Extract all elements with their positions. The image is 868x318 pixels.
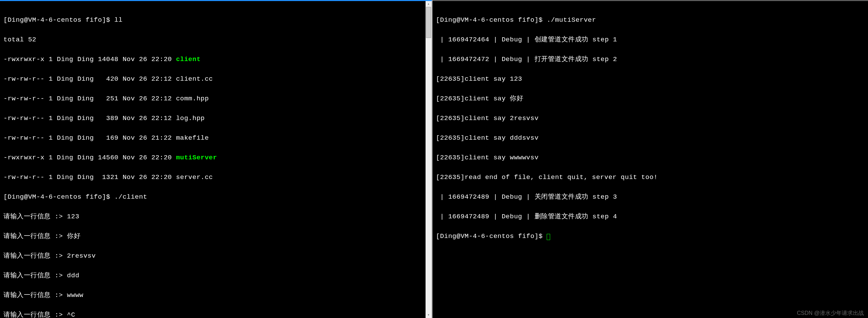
output-line: [22635]client say 2resvsv <box>436 115 865 122</box>
input-line: 请输入一行信息 :> 2resvsv <box>3 253 428 259</box>
ls-perm: -rw-rw-r-- 1 Ding Ding 389 Nov 26 22:12 <box>3 115 176 122</box>
output-line: [22635]client say wwwwvsv <box>436 155 865 161</box>
ls-perm: -rw-rw-r-- 1 Ding Ding 420 Nov 26 22:12 <box>3 75 176 83</box>
terminal-right-pane[interactable]: [Ding@VM-4-6-centos fifo]$ ./mutiServer … <box>432 0 868 318</box>
ls-perm: -rw-rw-r-- 1 Ding Ding 251 Nov 26 22:12 <box>3 95 176 102</box>
prompt-line: [Ding@VM-4-6-centos fifo]$ ./client <box>3 194 428 200</box>
scrollbar-vertical[interactable]: ▴ ▾ <box>426 1 431 318</box>
ls-filename: client.cc <box>176 75 213 83</box>
ls-row: -rwxrwxr-x 1 Ding Ding 14560 Nov 26 22:2… <box>3 155 428 161</box>
ls-row: -rw-rw-r-- 1 Ding Ding 251 Nov 26 22:12 … <box>3 96 428 102</box>
ls-filename-exe: mutiServer <box>176 154 217 161</box>
ls-total: total 52 <box>3 37 428 43</box>
output-line: | 1669472489 | Debug | 删除管道文件成功 step 4 <box>436 213 865 220</box>
ls-filename-exe: client <box>176 56 201 63</box>
output-line: [22635]client say 你好 <box>436 96 865 102</box>
ls-row: -rwxrwxr-x 1 Ding Ding 14048 Nov 26 22:2… <box>3 56 428 63</box>
output-line: [22635]client say dddsvsv <box>436 135 865 141</box>
output-line: | 1669472472 | Debug | 打开管道文件成功 step 2 <box>436 56 865 63</box>
prompt-line: [Ding@VM-4-6-centos fifo]$ ll <box>3 17 428 23</box>
prompt-line[interactable]: [Ding@VM-4-6-centos fifo]$ <box>436 233 865 240</box>
ls-filename: log.hpp <box>176 115 205 122</box>
scroll-up-icon[interactable]: ▴ <box>426 1 431 7</box>
scroll-down-icon[interactable]: ▾ <box>426 312 431 318</box>
output-line: | 1669472489 | Debug | 关闭管道文件成功 step 3 <box>436 194 865 200</box>
ls-filename: comm.hpp <box>176 95 209 102</box>
output-line: | 1669472464 | Debug | 创建管道文件成功 step 1 <box>436 37 865 43</box>
ls-perm: -rwxrwxr-x 1 Ding Ding 14560 Nov 26 22:2… <box>3 154 176 161</box>
prompt-line: [Ding@VM-4-6-centos fifo]$ ./mutiServer <box>436 17 865 23</box>
ls-row: -rw-rw-r-- 1 Ding Ding 389 Nov 26 22:12 … <box>3 115 428 122</box>
input-line: 请输入一行信息 :> ddd <box>3 272 428 279</box>
scrollbar-thumb[interactable] <box>426 7 431 38</box>
cursor-icon <box>547 234 550 240</box>
input-line: 请输入一行信息 :> wwww <box>3 292 428 299</box>
terminal-left-pane[interactable]: [Ding@VM-4-6-centos fifo]$ ll total 52 -… <box>0 0 432 318</box>
input-line: 请输入一行信息 :> ^C <box>3 312 428 318</box>
prompt-text: [Ding@VM-4-6-centos fifo]$ <box>436 232 547 240</box>
ls-filename: makefile <box>176 134 209 142</box>
watermark-text: CSDN @潜水少年请求出战 <box>797 310 864 316</box>
ls-row: -rw-rw-r-- 1 Ding Ding 169 Nov 26 21:22 … <box>3 135 428 141</box>
input-line: 请输入一行信息 :> 123 <box>3 213 428 220</box>
output-line: [22635]read end of file, client quit, se… <box>436 174 865 181</box>
input-line: 请输入一行信息 :> 你好 <box>3 233 428 240</box>
ls-perm: -rw-rw-r-- 1 Ding Ding 169 Nov 26 21:22 <box>3 134 176 142</box>
ls-perm: -rwxrwxr-x 1 Ding Ding 14048 Nov 26 22:2… <box>3 56 176 63</box>
ls-filename: server.cc <box>176 173 213 181</box>
ls-row: -rw-rw-r-- 1 Ding Ding 1321 Nov 26 22:20… <box>3 174 428 181</box>
ls-row: -rw-rw-r-- 1 Ding Ding 420 Nov 26 22:12 … <box>3 76 428 82</box>
ls-perm: -rw-rw-r-- 1 Ding Ding 1321 Nov 26 22:20 <box>3 173 176 181</box>
output-line: [22635]client say 123 <box>436 76 865 82</box>
